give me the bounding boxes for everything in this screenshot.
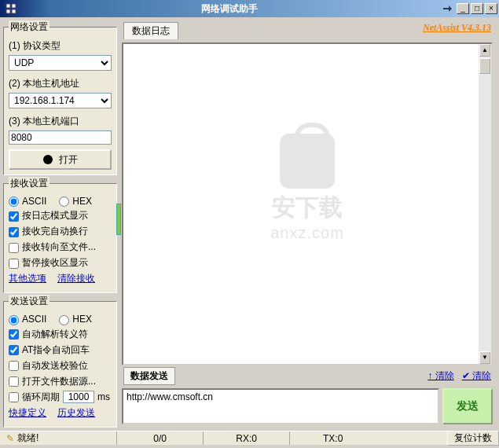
send-ascii-radio[interactable]: ASCII [9,314,46,325]
host-label: (2) 本地主机地址 [9,77,79,90]
recv-opt-tofile[interactable]: 接收转向至文件... [9,241,96,254]
clear-down-button[interactable]: ✔ 清除 [462,369,491,383]
scroll-down-icon[interactable]: ▼ [479,351,490,364]
svg-rect-2 [6,9,10,13]
recv-opt-autowrap[interactable]: 接收完自动换行 [9,225,88,238]
close-button[interactable]: × [485,3,497,14]
status-bar: ✎ 就绪! 0/0 RX:0 TX:0 复位计数 [0,431,499,445]
network-settings-group: 网络设置 (1) 协议类型 UDP (2) 本地主机地址 192.168.1.1… [3,20,117,175]
brand-link[interactable]: NetAssist V4.3.13 [423,22,491,34]
send-hex-radio[interactable]: HEX [59,314,92,325]
send-legend: 发送设置 [9,295,50,308]
status-rx: RX:0 [203,431,289,445]
port-label: (3) 本地主机端口 [9,115,79,128]
svg-rect-1 [12,4,16,8]
send-opt-at[interactable]: AT指令自动回车 [9,343,90,357]
send-opt-cycle[interactable]: 循环周期 [9,391,60,404]
scroll-thumb[interactable] [479,58,490,74]
panel-collapse-handle[interactable] [116,204,121,235]
send-opt-escape[interactable]: 自动解析转义符 [9,328,88,341]
recv-hex-radio[interactable]: HEX [59,196,92,207]
recv-legend: 接收设置 [9,177,50,190]
send-textarea[interactable]: http://www.cmsoft.cn [122,388,439,424]
reset-counter-button[interactable]: 复位计数 [447,431,499,446]
cycle-unit: ms [97,391,110,402]
port-input[interactable] [9,130,112,145]
open-button[interactable]: 打开 [9,149,112,170]
protocol-select[interactable]: UDP [9,55,112,71]
status-indicator-icon [43,155,53,164]
send-settings-group: 发送设置 ASCII HEX 自动解析转义符 AT指令自动回车 自动发送校验位 … [3,295,117,427]
scroll-up-icon[interactable]: ▲ [479,44,490,57]
svg-rect-3 [12,9,16,13]
svg-rect-0 [6,4,10,8]
data-log-area[interactable]: 安下载 anxz.com ▲ ▼ [122,42,493,365]
data-log-tab[interactable]: 数据日志 [123,22,178,39]
host-select[interactable]: 192.168.1.174 [9,93,112,108]
window-title: 网络调试助手 [20,2,438,16]
ready-icon: ✎ [6,433,14,444]
recv-opt-logmode[interactable]: 按日志模式显示 [9,209,88,222]
clear-up-button[interactable]: ↑ 清除 [427,369,453,383]
minimize-button[interactable]: _ [457,3,469,14]
recv-clear-link[interactable]: 清除接收 [57,272,95,285]
recv-opt-pause[interactable]: 暂停接收区显示 [9,256,88,270]
open-button-label: 打开 [59,153,78,167]
send-shortcut-link[interactable]: 快捷定义 [9,406,46,420]
status-counter: 0/0 [116,431,203,445]
status-tx: TX:0 [289,431,376,445]
maximize-button[interactable]: □ [471,3,483,14]
protocol-label: (1) 协议类型 [9,39,61,53]
recv-other-options-link[interactable]: 其他选项 [9,272,46,285]
log-scrollbar[interactable]: ▲ ▼ [479,44,491,364]
recv-ascii-radio[interactable]: ASCII [9,196,46,207]
network-legend: 网络设置 [9,20,50,34]
send-button[interactable]: 发送 [442,388,493,424]
status-ready: 就绪! [17,431,39,445]
send-history-link[interactable]: 历史发送 [57,406,95,420]
send-opt-filesrc[interactable]: 打开文件数据源... [9,375,96,388]
receive-settings-group: 接收设置 ASCII HEX 按日志模式显示 接收完自动换行 接收转向至文件..… [3,177,117,293]
pin-icon[interactable] [441,2,453,15]
watermark: 安下载 anxz.com [270,134,344,242]
data-send-tab[interactable]: 数据发送 [123,367,175,385]
cycle-period-input[interactable] [63,391,94,403]
send-opt-checksum[interactable]: 自动发送校验位 [9,359,88,373]
system-menu-icon[interactable] [5,2,17,15]
